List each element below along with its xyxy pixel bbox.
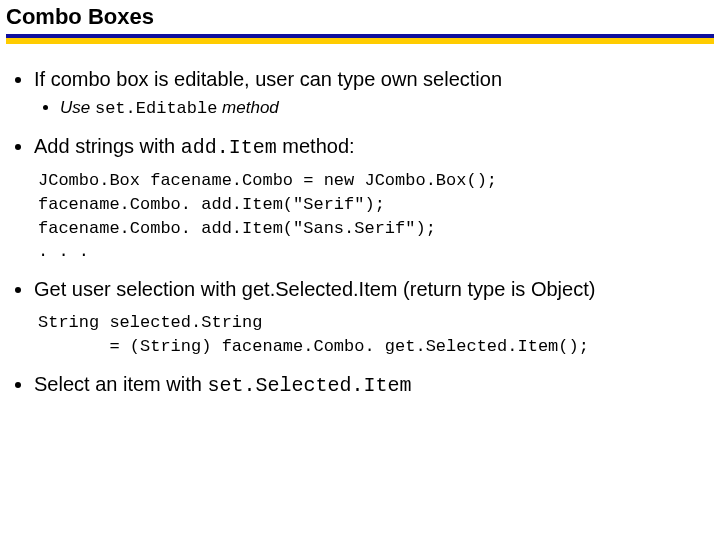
code-block-2: String selected.String = (String) facena… <box>38 311 710 359</box>
bullet-1a: Use set.Editable method <box>60 97 710 121</box>
bullet-1a-pre: Use <box>60 98 95 117</box>
slide-content: If combo box is editable, user can type … <box>0 44 720 399</box>
bullet-1a-code: set.Editable <box>95 99 217 118</box>
bullet-3: Get user selection with get.Selected.Ite… <box>34 276 710 303</box>
bullet-list-3: Select an item with set.Selected.Item <box>10 371 710 399</box>
bullet-1: If combo box is editable, user can type … <box>34 66 710 121</box>
bullet-2-pre: Add strings with <box>34 135 181 157</box>
bullet-2-post: method: <box>277 135 355 157</box>
slide-title: Combo Boxes <box>0 0 720 34</box>
bullet-3-text: Get user selection with get.Selected.Ite… <box>34 278 595 300</box>
bullet-1-sub: Use set.Editable method <box>34 97 710 121</box>
bullet-2: Add strings with add.Item method: <box>34 133 710 161</box>
bullet-1a-post: method <box>217 98 278 117</box>
bullet-1-text: If combo box is editable, user can type … <box>34 68 502 90</box>
code-block-1: JCombo.Box facename.Combo = new JCombo.B… <box>38 169 710 264</box>
bullet-list: If combo box is editable, user can type … <box>10 66 710 161</box>
bullet-list-2: Get user selection with get.Selected.Ite… <box>10 276 710 303</box>
bullet-4-code: set.Selected.Item <box>207 374 411 397</box>
bullet-2-code: add.Item <box>181 136 277 159</box>
bullet-4: Select an item with set.Selected.Item <box>34 371 710 399</box>
slide: Combo Boxes If combo box is editable, us… <box>0 0 720 540</box>
bullet-4-pre: Select an item with <box>34 373 207 395</box>
